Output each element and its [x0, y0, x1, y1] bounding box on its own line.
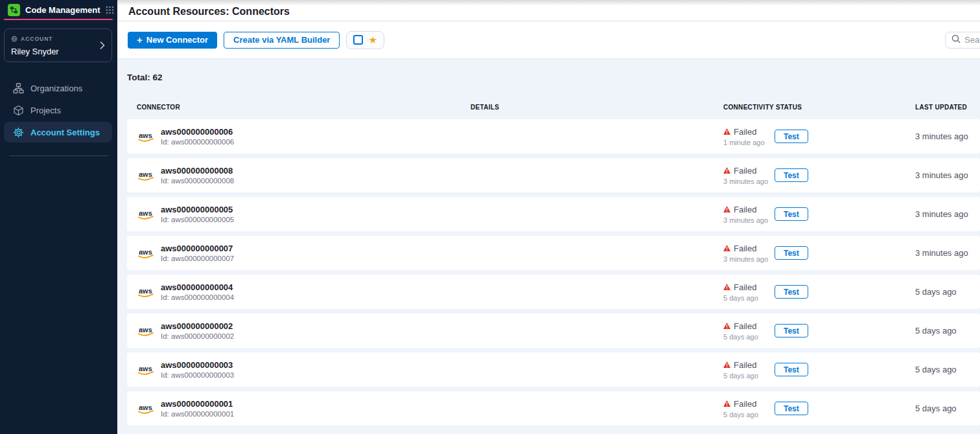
create-via-yaml-builder-button[interactable]: Create via YAML Builder [224, 32, 340, 49]
table-row[interactable]: aws aws000000000007 Id: aws000000000007 … [127, 236, 980, 270]
test-button[interactable]: Test [775, 130, 808, 143]
sidebar-item-organizations[interactable]: Organizations [4, 78, 112, 98]
page-title: Account Resources: Connectors [128, 6, 290, 17]
aws-logo-icon: aws [137, 170, 155, 181]
connector-id: Id: aws000000000008 [161, 177, 234, 185]
account-name: Riley Snyder [11, 47, 105, 56]
status-time: 5 days ago [723, 294, 775, 302]
connector-id: Id: aws000000000007 [161, 255, 234, 262]
search-icon [951, 34, 961, 46]
sidebar-item-label: Projects [30, 106, 61, 115]
test-button[interactable]: Test [775, 207, 808, 221]
table-row[interactable]: aws aws000000000006 Id: aws000000000006 … [127, 119, 980, 154]
sidebar-item-projects[interactable]: Projects [4, 100, 112, 120]
column-header-connector: CONNECTOR [137, 104, 471, 111]
account-selector[interactable]: ACCOUNT Riley Snyder [4, 29, 112, 62]
last-updated: 3 minutes ago [915, 131, 980, 141]
favorites-filter[interactable]: ★ [346, 31, 384, 49]
last-updated: 5 days ago [915, 365, 980, 374]
status-text: Failed [734, 127, 756, 137]
warning-icon [723, 360, 730, 370]
connector-name[interactable]: aws000000000001 [161, 399, 234, 409]
toolbar: + New Connector Create via YAML Builder … [117, 21, 980, 59]
table-row[interactable]: aws aws000000000004 Id: aws000000000004 … [127, 275, 980, 309]
test-button[interactable]: Test [775, 402, 808, 415]
warning-icon [723, 244, 730, 253]
svg-text:aws: aws [139, 248, 152, 256]
projects-icon [13, 105, 24, 116]
column-header-last-updated: LAST UPDATED [915, 104, 980, 111]
last-updated: 3 minutes ago [915, 170, 980, 180]
connector-id: Id: aws000000000005 [161, 216, 234, 223]
content-area: Total: 62 CONNECTOR DETAILS CONNECTIVITY… [117, 59, 980, 434]
warning-icon [723, 166, 730, 176]
search-box[interactable] [945, 32, 980, 49]
status-time: 3 minutes ago [723, 216, 775, 224]
table-row[interactable]: aws aws000000000001 Id: aws000000000001 … [127, 391, 980, 426]
warning-icon [723, 205, 730, 214]
gear-icon [13, 127, 24, 138]
module-title: Code Management [25, 5, 100, 15]
table-row[interactable]: aws aws000000000008 Id: aws000000000008 … [127, 158, 980, 192]
search-input[interactable] [964, 35, 980, 45]
status-text: Failed [734, 244, 756, 253]
svg-text:aws: aws [139, 131, 152, 139]
connector-id: Id: aws000000000003 [161, 371, 234, 379]
organizations-icon [13, 83, 24, 94]
svg-text:aws: aws [139, 287, 152, 295]
sidebar-nav: Organizations Projects Account Settings [0, 78, 117, 143]
column-header-connectivity-status: CONNECTIVITY STATUS [723, 104, 915, 111]
new-connector-button[interactable]: + New Connector [128, 32, 217, 49]
connector-list: aws aws000000000006 Id: aws000000000006 … [127, 119, 980, 426]
connector-name[interactable]: aws000000000008 [161, 166, 234, 176]
last-updated: 3 minutes ago [915, 209, 980, 219]
status-time: 5 days ago [723, 411, 775, 418]
connector-name[interactable]: aws000000000005 [161, 205, 234, 214]
test-button[interactable]: Test [775, 324, 808, 337]
page-header: Account Resources: Connectors [117, 0, 980, 21]
plus-icon: + [137, 35, 143, 45]
status-text: Failed [734, 399, 756, 409]
table-row[interactable]: aws aws000000000005 Id: aws000000000005 … [127, 197, 980, 231]
last-updated: 5 days ago [915, 326, 980, 336]
aws-logo-icon: aws [137, 325, 155, 337]
svg-text:aws: aws [139, 209, 152, 217]
status-text: Failed [734, 205, 756, 214]
star-icon: ★ [368, 35, 377, 45]
svg-text:aws: aws [139, 365, 152, 372]
test-button[interactable]: Test [775, 168, 808, 182]
sidebar: Code Management ACCOUNT Riley Snyder Org… [0, 0, 117, 434]
connector-name[interactable]: aws000000000006 [161, 127, 234, 137]
table-row[interactable]: aws aws000000000002 Id: aws000000000002 … [127, 314, 980, 348]
connector-name[interactable]: aws000000000003 [161, 360, 234, 370]
main-area: Account Resources: Connectors + New Conn… [117, 0, 980, 434]
test-button[interactable]: Test [775, 285, 808, 299]
favorites-checkbox[interactable] [353, 35, 363, 45]
warning-icon [723, 282, 730, 292]
connector-name[interactable]: aws000000000002 [161, 321, 234, 331]
aws-logo-icon: aws [137, 286, 155, 298]
test-button[interactable]: Test [775, 363, 808, 376]
connector-name[interactable]: aws000000000004 [161, 282, 234, 292]
status-text: Failed [734, 321, 756, 331]
table-header: CONNECTOR DETAILS CONNECTIVITY STATUS LA… [127, 104, 980, 111]
test-button[interactable]: Test [775, 246, 808, 260]
sidebar-item-account-settings[interactable]: Account Settings [4, 122, 112, 143]
aws-logo-icon: aws [137, 247, 155, 259]
table-row[interactable]: aws aws000000000003 Id: aws000000000003 … [127, 352, 980, 387]
status-time: 5 days ago [723, 333, 775, 341]
connector-id: Id: aws000000000004 [161, 293, 234, 301]
aws-logo-icon: aws [137, 131, 155, 143]
account-icon [11, 33, 18, 45]
column-header-details: DETAILS [471, 104, 723, 111]
status-text: Failed [734, 282, 756, 292]
aws-logo-icon: aws [137, 364, 155, 376]
status-time: 3 minutes ago [723, 177, 775, 185]
status-text: Failed [734, 360, 756, 370]
apps-grid-icon[interactable] [106, 6, 114, 14]
status-time: 3 minutes ago [723, 255, 775, 263]
status-text: Failed [734, 166, 756, 176]
aws-logo-icon: aws [137, 209, 155, 220]
connector-name[interactable]: aws000000000007 [161, 244, 234, 253]
warning-icon [723, 321, 730, 331]
